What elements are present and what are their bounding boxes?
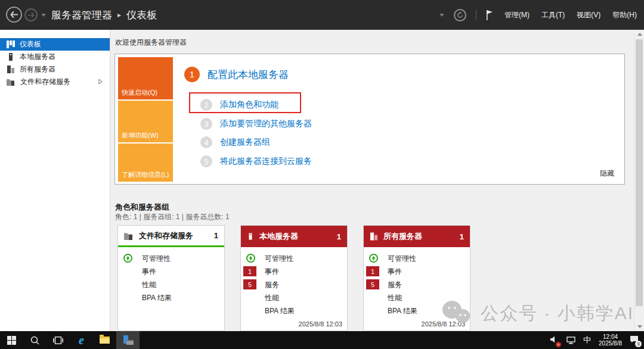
tile-row-performance[interactable]: 性能 xyxy=(241,291,347,304)
titlebar-menu: 管理(M) 工具(T) 视图(V) 帮助(H) xyxy=(439,0,638,30)
task-link[interactable]: 配置此本地服务器 xyxy=(208,68,289,82)
learn-more-tab[interactable]: 了解详细信息(L) xyxy=(118,144,173,182)
tile-row-services[interactable]: 5 服务 xyxy=(364,278,470,291)
task-link[interactable]: 将此服务器连接到云服务 xyxy=(220,156,312,167)
sidebar-item-label: 文件和存储服务 xyxy=(20,77,70,87)
dashboard-content: 欢迎使用服务器管理器 快速启动(Q) 新增功能(W) 了解详细信息(L) 1 配… xyxy=(110,30,634,331)
volume-muted-icon[interactable]: × xyxy=(550,335,559,345)
sidebar-item-file-storage-services[interactable]: 文件和存储服务 xyxy=(0,76,110,88)
start-button[interactable] xyxy=(0,331,23,349)
tile-header[interactable]: 本地服务器 1 xyxy=(241,226,347,247)
clock[interactable]: 12:04 2025/8/8 xyxy=(599,334,622,347)
tile-row-bpa-results[interactable]: BPA 结果 xyxy=(118,291,224,304)
server-manager-button[interactable] xyxy=(116,331,140,349)
task-create-server-group[interactable]: 4 创建服务器组 xyxy=(200,136,270,148)
roles-section-title: 角色和服务器组 xyxy=(115,202,169,213)
sidebar-item-label: 仪表板 xyxy=(20,39,41,49)
task-view-icon xyxy=(53,336,63,344)
tile-row-services[interactable]: 5 服务 xyxy=(241,278,347,291)
local-server-icon xyxy=(247,232,254,241)
server-manager-window: 服务器管理器 ▸ 仪表板 管理(M) 工具(T) 视图(V) 帮助(H) 仪表板… xyxy=(0,0,644,349)
task-number-badge: 5 xyxy=(200,155,212,167)
tile-row-manageability[interactable]: 可管理性 xyxy=(241,252,347,265)
tile-count: 1 xyxy=(460,232,464,241)
quick-start-tab[interactable]: 快速启动(Q) xyxy=(118,57,173,99)
tile-row-label: 服务 xyxy=(265,280,279,290)
scroll-down-arrow-icon[interactable] xyxy=(637,325,642,328)
back-button[interactable] xyxy=(6,7,22,23)
all-servers-icon xyxy=(370,232,378,241)
tile-title: 本地服务器 xyxy=(259,231,298,242)
internet-explorer-button[interactable]: e xyxy=(70,331,93,349)
network-icon[interactable] xyxy=(566,336,575,344)
tile-row-performance[interactable]: 性能 xyxy=(118,278,224,291)
whats-new-label: 新增功能(W) xyxy=(122,131,159,140)
task-configure-local-server[interactable]: 1 配置此本地服务器 xyxy=(184,67,289,82)
scroll-up-arrow-icon[interactable] xyxy=(637,33,642,36)
sidebar-item-local-server[interactable]: 本地服务器 xyxy=(0,51,110,63)
tile-row-label: 事件 xyxy=(142,267,156,277)
notification-center-button[interactable]: 3 xyxy=(630,335,639,345)
scrollbar-thumb[interactable] xyxy=(636,39,643,306)
task-link[interactable]: 添加要管理的其他服务器 xyxy=(220,119,312,129)
sidebar-item-label: 所有服务器 xyxy=(20,64,55,74)
task-link[interactable]: 创建服务器组 xyxy=(220,137,270,148)
tile-row-label: 可管理性 xyxy=(142,254,171,264)
tile-body: 可管理性 事件 性能 BPA 结果 xyxy=(118,247,224,304)
search-button[interactable] xyxy=(23,331,47,349)
vertical-scrollbar[interactable] xyxy=(634,30,644,331)
refresh-button[interactable] xyxy=(454,9,466,21)
menu-view[interactable]: 视图(V) xyxy=(575,10,602,20)
ime-indicator[interactable]: 中 xyxy=(583,335,591,345)
tile-row-events[interactable]: 1 事件 xyxy=(241,265,347,278)
file-storage-icon xyxy=(124,232,134,240)
page-title: 仪表板 xyxy=(126,8,157,22)
server-dropdown-caret-icon[interactable] xyxy=(439,14,444,17)
forward-button[interactable] xyxy=(24,8,38,21)
sidebar-item-dashboard[interactable]: 仪表板 xyxy=(0,38,110,51)
service-count-badge: 5 xyxy=(243,279,256,289)
task-number-badge: 4 xyxy=(200,136,212,148)
forward-arrow-icon xyxy=(28,13,35,18)
tile-header[interactable]: 所有服务器 1 xyxy=(364,226,470,247)
tile-row-manageability[interactable]: 可管理性 xyxy=(118,252,224,265)
file-storage-icon xyxy=(7,78,16,86)
tile-row-events[interactable]: 事件 xyxy=(118,265,224,278)
title-bar: 服务器管理器 ▸ 仪表板 管理(M) 工具(T) 视图(V) 帮助(H) xyxy=(0,0,644,30)
file-explorer-button[interactable] xyxy=(93,331,116,349)
app-title: 服务器管理器 xyxy=(51,8,112,22)
expand-arrow-icon[interactable] xyxy=(98,79,103,85)
tile-row-label: 服务 xyxy=(388,280,402,290)
tile-row-bpa-results[interactable]: BPA 结果 xyxy=(241,304,347,317)
tile-header[interactable]: 文件和存储服务 1 xyxy=(118,226,224,247)
service-count-badge: 5 xyxy=(366,279,379,289)
tile-row-label: 性能 xyxy=(388,293,402,303)
event-count-badge: 1 xyxy=(243,266,256,276)
tile-row-label: 事件 xyxy=(388,267,402,277)
sidebar-item-label: 本地服务器 xyxy=(20,52,55,62)
notifications-flag-icon[interactable] xyxy=(486,10,494,20)
tile-body: 可管理性 1 事件 5 服务 性能 BPA 结果 xyxy=(241,247,347,317)
nav-history-caret-icon[interactable] xyxy=(41,14,46,17)
tile-row-manageability[interactable]: 可管理性 xyxy=(364,252,470,265)
watermark-text: 公众号 · 小韩学AI xyxy=(481,301,634,326)
tile-row-label: BPA 结果 xyxy=(142,293,172,303)
hide-link[interactable]: 隐藏 xyxy=(600,169,614,179)
windows-logo-icon xyxy=(7,336,16,345)
task-view-button[interactable] xyxy=(47,331,70,349)
quick-start-label: 快速启动(Q) xyxy=(122,88,157,97)
menu-help[interactable]: 帮助(H) xyxy=(611,10,638,20)
task-add-other-servers[interactable]: 3 添加要管理的其他服务器 xyxy=(200,118,312,130)
task-connect-cloud-services[interactable]: 5 将此服务器连接到云服务 xyxy=(200,155,312,167)
tile-row-label: 性能 xyxy=(142,280,156,290)
tile-row-events[interactable]: 1 事件 xyxy=(364,265,470,278)
tile-title: 所有服务器 xyxy=(383,231,422,242)
whats-new-tab[interactable]: 新增功能(W) xyxy=(118,101,173,142)
server-manager-icon xyxy=(123,335,134,345)
menu-tools[interactable]: 工具(T) xyxy=(540,10,566,20)
task-number-badge: 3 xyxy=(200,118,212,130)
tile-row-label: BPA 结果 xyxy=(388,306,417,316)
sidebar-item-all-servers[interactable]: 所有服务器 xyxy=(0,63,110,76)
tile-row-label: 性能 xyxy=(265,293,279,303)
menu-manage[interactable]: 管理(M) xyxy=(503,10,531,20)
